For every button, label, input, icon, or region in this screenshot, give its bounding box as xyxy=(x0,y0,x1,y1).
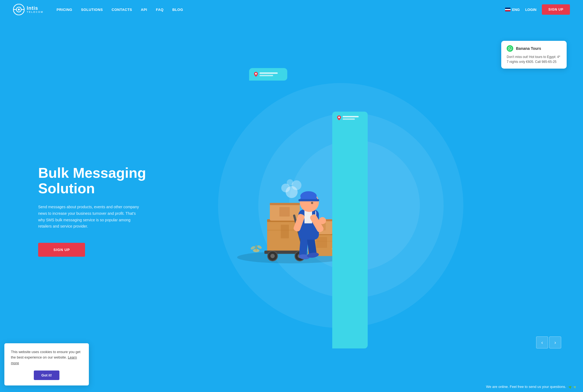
nav-right: ENG LOGIN SIGN UP xyxy=(505,4,570,15)
svg-point-38 xyxy=(311,202,313,204)
svg-rect-41 xyxy=(298,199,319,201)
hero-content: Bulk Messaging Solution Send messages ab… xyxy=(0,154,153,257)
hero-title: Bulk Messaging Solution xyxy=(38,165,153,196)
svg-point-45 xyxy=(287,179,293,186)
svg-point-16 xyxy=(270,254,275,258)
nav-links: PRICING SOLUTIONS CONTACTS API FAQ BLOG xyxy=(57,7,505,12)
lang-label: ENG xyxy=(512,8,520,12)
wa-message-text: Don't miss out! Hot tours to Egypt: 4* 7… xyxy=(507,54,561,64)
cookie-banner: This website uses cookies to ensure you … xyxy=(4,343,89,385)
nav-solutions[interactable]: SOLUTIONS xyxy=(81,8,103,12)
svg-rect-47 xyxy=(256,245,257,250)
svg-point-55 xyxy=(255,73,257,75)
language-button[interactable]: ENG xyxy=(505,8,520,12)
nav-faq[interactable]: FAQ xyxy=(156,8,164,12)
hero-section: Bulk Messaging Solution Send messages ab… xyxy=(0,19,583,392)
whatsapp-icon xyxy=(507,45,513,52)
svg-point-49 xyxy=(256,245,262,250)
signup-hero-button[interactable]: SIGN UP xyxy=(38,243,85,257)
svg-rect-8 xyxy=(281,225,289,238)
signup-nav-button[interactable]: SIGN UP xyxy=(542,4,570,15)
chat-bubble-top xyxy=(249,68,287,81)
live-chat-bar[interactable]: We are online. Feel free to send us your… xyxy=(479,381,583,392)
svg-rect-12 xyxy=(279,207,290,216)
nav-api[interactable]: API xyxy=(141,8,147,12)
prev-slide-button[interactable]: ‹ xyxy=(536,336,548,348)
navbar: Intis TELECOM PRICING SOLUTIONS CONTACTS… xyxy=(0,0,583,19)
slider-controls: ‹ › xyxy=(536,336,561,348)
svg-point-2 xyxy=(18,9,20,11)
svg-rect-11 xyxy=(270,203,300,205)
login-button[interactable]: LOGIN xyxy=(525,8,536,12)
svg-rect-21 xyxy=(316,237,327,248)
logo[interactable]: Intis TELECOM xyxy=(13,4,44,15)
chat-bubble-bottom xyxy=(332,112,368,348)
hero-description: Send messages about products, events and… xyxy=(38,204,142,230)
live-chat-text: We are online. Feel free to send us your… xyxy=(486,385,566,389)
svg-point-35 xyxy=(319,217,326,224)
chat-arrow-icon-2 xyxy=(573,385,577,388)
wa-card-header: Banana Tours xyxy=(507,45,561,52)
nav-contacts[interactable]: CONTACTS xyxy=(112,8,132,12)
cookie-text: This website uses cookies to ensure you … xyxy=(11,349,82,366)
flag-icon xyxy=(505,8,510,11)
chat-arrow-icon xyxy=(568,385,573,389)
svg-point-56 xyxy=(338,117,340,118)
next-slide-button[interactable]: › xyxy=(549,336,561,348)
nav-pricing[interactable]: PRICING xyxy=(57,8,73,12)
cookie-accept-button[interactable]: Got it! xyxy=(34,370,59,380)
wa-sender-name: Banana Tours xyxy=(516,46,541,51)
wa-message-card: Banana Tours Don't miss out! Hot tours t… xyxy=(501,41,567,69)
nav-blog[interactable]: BLOG xyxy=(172,8,183,12)
